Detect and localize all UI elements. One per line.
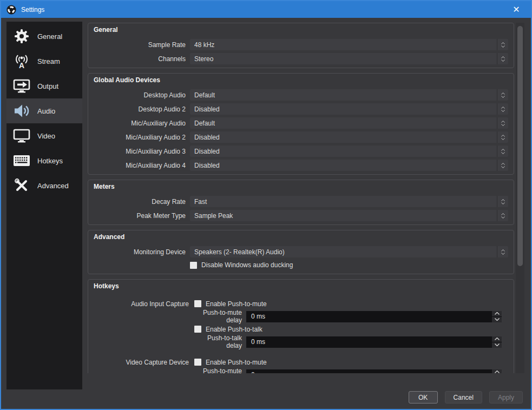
sidebar-item-advanced[interactable]: Advanced — [6, 173, 82, 198]
checkbox-label: Enable Push-to-mute — [206, 300, 267, 308]
cancel-button[interactable]: Cancel — [445, 391, 482, 404]
desktop-audio-select[interactable]: Default — [190, 89, 508, 101]
apply-button[interactable]: Apply — [489, 391, 523, 404]
section-title: Global Audio Devices — [94, 76, 508, 84]
hotkey-group-video-capture-device: Video Capture Device Enable Push-to-mute… — [94, 358, 508, 373]
chevron-updown-icon — [497, 131, 508, 143]
chevron-updown-icon — [497, 103, 508, 115]
enable-push-to-mute-checkbox[interactable] — [194, 359, 201, 366]
spin-up-button[interactable] — [492, 311, 502, 316]
settings-content: General Sample Rate 48 kHz Channels Ster… — [88, 23, 514, 373]
mic-aux-audio-2-select[interactable]: Disabled — [190, 131, 508, 143]
combo-value: Sample Peak — [194, 212, 233, 220]
section-meters: Meters Decay Rate Fast Peak Meter Type S… — [88, 180, 514, 225]
push-to-mute-delay-label: Push-to-mute delay — [194, 367, 246, 373]
chevron-updown-icon — [497, 39, 508, 50]
sidebar-item-label: Output — [37, 82, 58, 90]
desktop-audio-label: Desktop Audio — [94, 91, 190, 99]
push-to-mute-delay-input[interactable]: 0 ms — [246, 369, 502, 374]
mic-aux-audio-label: Mic/Auxiliary Audio — [94, 120, 190, 127]
push-to-mute-delay-input[interactable]: 0 ms — [246, 311, 502, 322]
svg-text:A: A — [19, 61, 24, 69]
vertical-scrollbar[interactable] — [516, 23, 524, 373]
dialog-footer: OK Cancel Apply — [409, 391, 523, 404]
spinner-buttons — [492, 369, 502, 374]
checkbox-label: Disable Windows audio ducking — [201, 261, 293, 269]
sample-rate-select[interactable]: 48 kHz — [190, 39, 508, 50]
sidebar-item-stream[interactable]: A Stream — [6, 49, 82, 74]
mic-aux-audio-4-label: Mic/Auxiliary Audio 4 — [94, 162, 190, 169]
ok-button[interactable]: OK — [409, 391, 438, 404]
section-title: Hotkeys — [94, 282, 508, 290]
push-to-mute-delay-label: Push-to-mute delay — [194, 309, 246, 324]
chevron-updown-icon — [497, 196, 508, 207]
monitoring-device-select[interactable]: Speakers (2- Realtek(R) Audio) — [190, 246, 508, 257]
combo-value: Disabled — [194, 162, 220, 169]
monitor-icon — [13, 129, 30, 143]
sidebar-item-video[interactable]: Video — [6, 123, 82, 148]
spin-value: 0 ms — [251, 313, 265, 320]
spin-value: 0 ms — [251, 371, 265, 373]
chevron-updown-icon — [497, 117, 508, 129]
peak-meter-type-select[interactable]: Sample Peak — [190, 210, 508, 221]
sidebar-item-general[interactable]: General — [6, 24, 82, 49]
settings-window: Settings ✕ General — [0, 0, 532, 410]
checkbox-label: Enable Push-to-mute — [206, 359, 267, 366]
antenna-icon: A — [13, 53, 30, 69]
spin-down-button[interactable] — [492, 342, 502, 348]
push-to-talk-delay-input[interactable]: 0 ms — [246, 336, 502, 348]
speaker-icon — [13, 104, 30, 118]
scrollbar-thumb[interactable] — [517, 26, 523, 266]
mic-aux-audio-4-select[interactable]: Disabled — [190, 160, 508, 171]
disable-windows-audio-ducking-checkbox[interactable] — [190, 262, 197, 269]
sidebar-item-label: Video — [37, 132, 55, 140]
sidebar-item-hotkeys[interactable]: Hotkeys — [6, 148, 82, 173]
close-button[interactable]: ✕ — [507, 4, 526, 15]
combo-value: 48 kHz — [194, 41, 214, 49]
combo-value: Default — [194, 120, 215, 127]
section-title: General — [94, 26, 508, 34]
chevron-updown-icon — [497, 246, 508, 257]
obs-logo-icon — [6, 5, 16, 15]
mic-aux-audio-2-label: Mic/Auxiliary Audio 2 — [94, 134, 190, 141]
sidebar: General A Stream — [6, 22, 82, 389]
decay-rate-select[interactable]: Fast — [190, 196, 508, 207]
combo-value: Stereo — [194, 55, 213, 63]
mic-aux-audio-3-label: Mic/Auxiliary Audio 3 — [94, 148, 190, 155]
sidebar-item-output[interactable]: Output — [6, 74, 82, 98]
combo-value: Disabled — [194, 148, 220, 155]
push-to-talk-delay-label: Push-to-talk delay — [194, 334, 246, 349]
channels-select[interactable]: Stereo — [190, 53, 508, 64]
mic-aux-audio-3-select[interactable]: Disabled — [190, 146, 508, 157]
section-title: Advanced — [94, 233, 508, 241]
spinner-buttons — [492, 311, 502, 322]
combo-value: Disabled — [194, 105, 220, 113]
combo-value: Fast — [194, 198, 207, 206]
tools-icon — [13, 177, 30, 194]
enable-push-to-talk-checkbox[interactable] — [194, 326, 201, 333]
chevron-updown-icon — [497, 160, 508, 171]
sidebar-item-audio[interactable]: Audio — [6, 98, 82, 123]
gear-icon — [13, 28, 30, 44]
sidebar-item-label: Audio — [37, 107, 55, 115]
window-title: Settings — [21, 6, 44, 14]
desktop-audio-2-select[interactable]: Disabled — [190, 103, 508, 115]
desktop-audio-2-label: Desktop Audio 2 — [94, 105, 190, 113]
chevron-updown-icon — [497, 210, 508, 221]
spin-down-button[interactable] — [492, 317, 502, 322]
keyboard-icon — [13, 155, 30, 167]
spin-up-button[interactable] — [492, 369, 502, 374]
titlebar: Settings ✕ — [1, 1, 531, 18]
chevron-updown-icon — [497, 146, 508, 157]
mic-aux-audio-select[interactable]: Default — [190, 117, 508, 129]
section-hotkeys: Hotkeys Audio Input Capture Enable Push-… — [88, 279, 514, 373]
combo-value: Default — [194, 91, 215, 99]
enable-push-to-mute-checkbox[interactable] — [194, 300, 201, 307]
sidebar-item-label: Stream — [37, 57, 60, 65]
peak-meter-type-label: Peak Meter Type — [94, 212, 190, 220]
chevron-updown-icon — [497, 89, 508, 101]
spin-up-button[interactable] — [492, 336, 502, 342]
sidebar-item-label: Hotkeys — [37, 157, 63, 165]
monitoring-device-label: Monitoring Device — [94, 248, 190, 256]
sample-rate-label: Sample Rate — [94, 41, 190, 49]
